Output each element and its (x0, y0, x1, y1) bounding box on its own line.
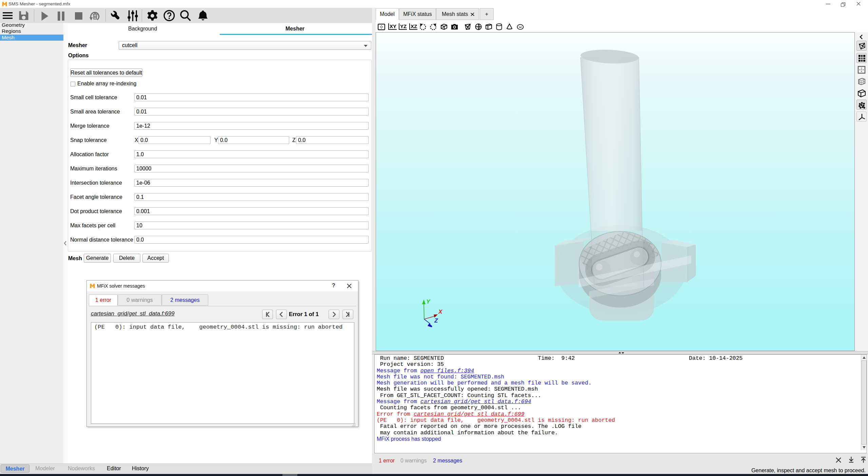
svg-text:Z: Z (434, 317, 438, 324)
svg-text:Y: Y (426, 298, 431, 305)
svg-text:X: X (438, 309, 443, 315)
